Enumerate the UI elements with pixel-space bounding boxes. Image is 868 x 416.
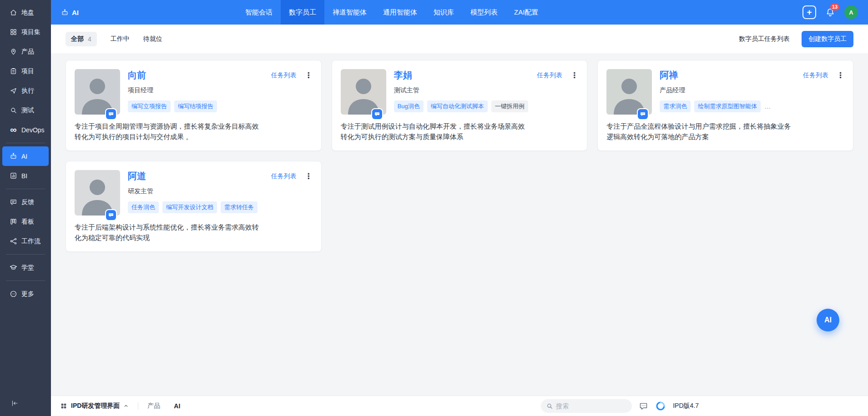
chat-bubble-badge-icon[interactable] bbox=[372, 109, 382, 119]
task-list-link[interactable]: 任务列表 bbox=[537, 71, 562, 80]
sidebar-item-bi[interactable]: BI bbox=[2, 166, 49, 185]
skill-tag[interactable]: 编写结项报告 bbox=[174, 100, 217, 112]
sidebar-item-home[interactable]: 地盘 bbox=[2, 3, 49, 22]
add-button[interactable]: + bbox=[802, 5, 816, 19]
task-list-link[interactable]: 任务列表 bbox=[271, 71, 297, 80]
portrait-placeholder bbox=[75, 170, 120, 216]
divider bbox=[138, 402, 138, 410]
bottom-bar-right: IPD版4.7 bbox=[541, 399, 699, 413]
employee-description: 专注于项目全周期管理与资源协调，擅长将复杂业务目标高效转化为可执行的项目计划与交… bbox=[75, 121, 262, 142]
sidebar-item-executions[interactable]: 执行 bbox=[2, 81, 49, 100]
employee-photo bbox=[341, 69, 386, 115]
sidebar-item-label: 更多 bbox=[21, 290, 34, 298]
sidebar-item-label: 学堂 bbox=[21, 264, 34, 272]
skill-tag[interactable]: 编写立项报告 bbox=[128, 100, 171, 112]
sidebar-item-label: 测试 bbox=[21, 106, 34, 115]
breadcrumb-ai[interactable]: AI bbox=[174, 402, 180, 410]
employee-role: 测试主管 bbox=[394, 86, 579, 95]
sidebar-item-devops[interactable]: ∞ DevOps bbox=[2, 120, 49, 140]
nav-item-zai-config[interactable]: ZAI配置 bbox=[506, 0, 546, 25]
skill-tag[interactable]: 编写自动化测试脚本 bbox=[427, 100, 488, 112]
employee-name[interactable]: 阿道 bbox=[128, 170, 146, 182]
version-label: IPD版4.7 bbox=[673, 402, 699, 410]
sidebar-item-products[interactable]: 产品 bbox=[2, 42, 49, 61]
skill-tags: 需求润色 绘制需求原型图智能体 … bbox=[660, 100, 844, 112]
tab-standby[interactable]: 待就位 bbox=[143, 35, 162, 43]
sidebar-item-project-sets[interactable]: 项目集 bbox=[2, 22, 49, 42]
workspace-switcher[interactable]: IPD研发管理界面 bbox=[60, 402, 129, 410]
content-area: 向前 任务列表 ⋮ 项目经理 编写立项报告 编写结项报告 专注于项目全周期管理与… bbox=[51, 53, 868, 396]
skill-tag[interactable]: 任务润色 bbox=[128, 201, 159, 213]
employee-role: 研发主管 bbox=[128, 187, 313, 195]
skill-tag[interactable]: 一键拆用例 bbox=[491, 100, 528, 112]
breadcrumb-product[interactable]: 产品 bbox=[147, 402, 160, 410]
task-list-link[interactable]: 任务列表 bbox=[271, 172, 297, 180]
search-input[interactable] bbox=[541, 399, 632, 413]
breadcrumb: 产品 AI bbox=[147, 402, 180, 410]
sidebar-item-ai[interactable]: AI bbox=[2, 146, 49, 166]
employee-role: 项目经理 bbox=[128, 86, 313, 95]
notifications-button[interactable]: 13 bbox=[825, 7, 835, 17]
skill-tag[interactable]: 绘制需求原型图智能体 bbox=[694, 100, 761, 112]
sidebar-item-workflow[interactable]: 工作流 bbox=[2, 231, 49, 251]
portrait-placeholder bbox=[341, 69, 386, 115]
skill-tag[interactable]: Bug润色 bbox=[394, 100, 424, 112]
employee-name[interactable]: 阿禅 bbox=[660, 69, 678, 81]
sidebar-item-feedback[interactable]: 反馈 bbox=[2, 192, 49, 212]
kebab-menu-icon[interactable]: ⋮ bbox=[570, 70, 578, 80]
nav-item-general-agent[interactable]: 通用智能体 bbox=[375, 0, 425, 25]
sidebar-item-testing[interactable]: 测试 bbox=[2, 100, 49, 120]
sidebar-item-projects[interactable]: 项目 bbox=[2, 61, 49, 81]
employee-card: 阿禅 任务列表 ⋮ 产品经理 需求润色 绘制需求原型图智能体 … 专注于产品全流… bbox=[597, 60, 853, 151]
feedback-chat-icon[interactable] bbox=[639, 401, 648, 411]
infinity-icon: ∞ bbox=[10, 126, 17, 134]
more-tags-indicator[interactable]: … bbox=[764, 103, 771, 110]
sidebar-item-kanban[interactable]: 看板 bbox=[2, 212, 49, 231]
sidebar-item-more[interactable]: 更多 bbox=[2, 284, 49, 304]
skill-tags: 任务润色 编写开发设计文档 需求转任务 bbox=[128, 201, 313, 213]
kebab-menu-icon[interactable]: ⋮ bbox=[837, 70, 844, 80]
skill-tag[interactable]: 需求润色 bbox=[660, 100, 691, 112]
sidebar-collapse-button[interactable] bbox=[0, 393, 51, 416]
nav-item-digital-employee[interactable]: 数字员工 bbox=[281, 0, 324, 25]
brand-logo-icon[interactable] bbox=[655, 401, 666, 411]
robot-icon bbox=[10, 152, 17, 160]
filter-bar-right: 数字员工任务列表 创建数字员工 bbox=[739, 31, 853, 47]
graduation-cap-icon bbox=[10, 264, 17, 271]
employee-task-list-link[interactable]: 数字员工任务列表 bbox=[739, 35, 790, 43]
employee-card: 阿道 任务列表 ⋮ 研发主管 任务润色 编写开发设计文档 需求转任务 专注于后端… bbox=[66, 161, 322, 252]
skill-tag[interactable]: 编写开发设计文档 bbox=[162, 201, 217, 213]
tab-all-label: 全部 bbox=[71, 35, 84, 43]
app-label[interactable]: AI bbox=[61, 9, 79, 16]
filter-bar: 全部 4 工作中 待就位 数字员工任务列表 创建数字员工 bbox=[51, 25, 868, 53]
kebab-menu-icon[interactable]: ⋮ bbox=[305, 70, 313, 80]
workspace-label: IPD研发管理界面 bbox=[71, 402, 120, 410]
tab-working[interactable]: 工作中 bbox=[111, 35, 130, 43]
nav-item-ai-chat[interactable]: 智能会话 bbox=[237, 0, 281, 25]
sidebar-divider bbox=[6, 254, 45, 255]
employee-name[interactable]: 李娟 bbox=[394, 69, 412, 81]
sidebar-item-label: 产品 bbox=[21, 48, 34, 56]
status-tabs: 全部 4 工作中 待就位 bbox=[66, 32, 162, 46]
nav-item-knowledge-base[interactable]: 知识库 bbox=[425, 0, 462, 25]
top-navbar: AI 智能会话 数字员工 禅道智能体 通用智能体 知识库 模型列表 ZAI配置 … bbox=[51, 0, 868, 25]
tab-all[interactable]: 全部 4 bbox=[66, 32, 97, 46]
user-avatar[interactable]: A bbox=[844, 5, 858, 19]
clipboard-icon bbox=[10, 67, 17, 75]
paper-plane-icon bbox=[10, 87, 17, 95]
create-employee-button[interactable]: 创建数字员工 bbox=[802, 31, 853, 47]
task-list-link[interactable]: 任务列表 bbox=[803, 71, 828, 80]
ai-assistant-fab[interactable]: AI bbox=[817, 309, 839, 331]
sidebar-item-school[interactable]: 学堂 bbox=[2, 258, 49, 277]
workflow-icon bbox=[10, 237, 17, 245]
chat-bubble-badge-icon[interactable] bbox=[106, 210, 116, 220]
employee-role: 产品经理 bbox=[660, 86, 844, 95]
skill-tag[interactable]: 需求转任务 bbox=[221, 201, 257, 213]
kebab-menu-icon[interactable]: ⋮ bbox=[305, 171, 313, 181]
chat-bubble-badge-icon[interactable] bbox=[106, 109, 116, 119]
chat-bubble-badge-icon[interactable] bbox=[638, 109, 648, 119]
main-area: AI 智能会话 数字员工 禅道智能体 通用智能体 知识库 模型列表 ZAI配置 … bbox=[51, 0, 868, 416]
nav-item-model-list[interactable]: 模型列表 bbox=[462, 0, 506, 25]
nav-item-zentao-agent[interactable]: 禅道智能体 bbox=[324, 0, 375, 25]
employee-name[interactable]: 向前 bbox=[128, 69, 146, 81]
